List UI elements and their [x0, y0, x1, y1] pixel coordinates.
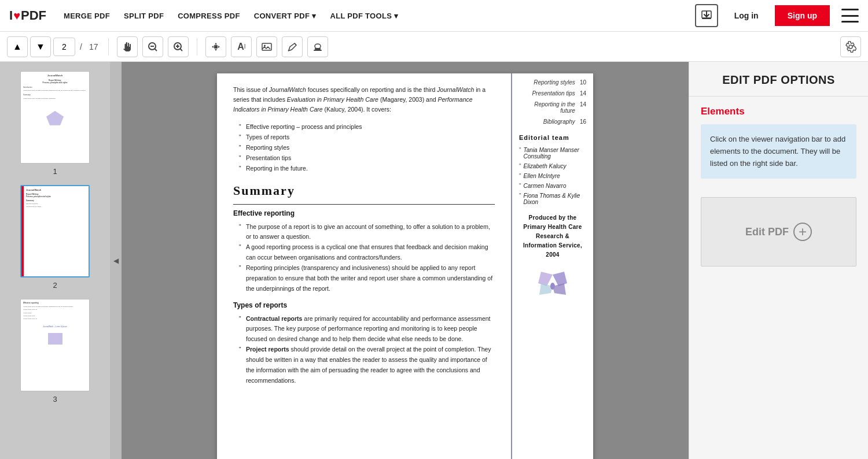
gear-icon — [845, 41, 856, 53]
svg-line-4 — [155, 49, 157, 51]
editorial-name: Fiona Thomas & Kylie Dixon — [524, 193, 586, 205]
main-area: JournalWatch Report Writing:Process, pri… — [0, 62, 868, 459]
page-number-input[interactable]: 2 — [53, 38, 75, 56]
toc-label: Reporting styles — [519, 79, 575, 86]
nav-split-pdf[interactable]: SPLIT PDF — [124, 12, 164, 20]
svg-rect-14 — [314, 50, 322, 51]
pdf-types-title: Types of reports — [233, 301, 495, 309]
quote-mark: " — [519, 147, 521, 153]
pdf-main-column: This issue of JournalWatch focuses speci… — [217, 73, 512, 459]
quote-mark: " — [519, 163, 521, 169]
editorial-member-2: " Elizabeth Kalucy — [519, 163, 586, 169]
editorial-member-5: " Fiona Thomas & Kylie Dixon — [519, 193, 586, 205]
text-icon: A — [237, 42, 244, 52]
top-navigation: I ♥ PDF MERGE PDF SPLIT PDF COMPRESS PDF… — [0, 0, 868, 32]
logo[interactable]: I ♥ PDF — [9, 8, 46, 23]
edit-pdf-label: Edit PDF — [745, 226, 789, 238]
pdf-produced-by: Produced by the Primary Health Care Rese… — [519, 213, 586, 260]
page-up-button[interactable]: ▲ — [7, 36, 28, 57]
nav-merge-pdf[interactable]: MERGE PDF — [64, 12, 110, 20]
nav-convert-pdf[interactable]: CONVERT PDF ▾ — [254, 12, 317, 20]
types-list-contractual: Contractual reports are primarily requir… — [239, 314, 495, 345]
settings-button[interactable] — [840, 36, 861, 57]
pdf-editorial: Editorial team " Tania Manser Manser Con… — [519, 134, 586, 205]
editorial-member-1: " Tania Manser Manser Consulting — [519, 147, 586, 160]
sidebar-collapse-button[interactable]: ◀ — [110, 62, 122, 459]
zoom-out-button[interactable] — [142, 36, 163, 57]
hamburger-line — [841, 9, 859, 10]
stamp-tool-button[interactable] — [307, 36, 328, 57]
move-tool-button[interactable] — [205, 36, 226, 57]
toc-page: 16 — [580, 119, 586, 125]
hamburger-menu[interactable] — [841, 9, 859, 23]
editorial-member-3: " Ellen McIntyre — [519, 173, 586, 179]
pdf-viewer[interactable]: This issue of JournalWatch focuses speci… — [122, 62, 689, 459]
edit-pdf-button[interactable]: Edit PDF + — [701, 197, 856, 266]
editorial-name: Ellen McIntyre — [524, 173, 560, 179]
nav-links: MERGE PDF SPLIT PDF COMPRESS PDF CONVERT… — [64, 12, 695, 20]
page-down-button[interactable]: ▼ — [30, 36, 51, 57]
move-icon — [211, 42, 221, 52]
thumbnail-3-number: 3 — [53, 395, 57, 404]
svg-marker-16 — [538, 272, 553, 286]
toolbar-divider-2 — [197, 38, 197, 55]
login-button[interactable]: Log in — [725, 6, 768, 25]
pdf-content: This issue of JournalWatch focuses speci… — [217, 73, 593, 459]
toc-row: Reporting in the future 14 — [519, 101, 586, 114]
thumbnail-page-1[interactable]: JournalWatch Report Writing:Process, pri… — [20, 71, 90, 176]
thumbnail-page-3[interactable]: Effective reporting Lorem ipsum dolor si… — [20, 299, 90, 404]
image-icon — [262, 42, 272, 52]
toc-row: Presentation tips 14 — [519, 90, 586, 97]
svg-point-12 — [315, 44, 321, 49]
pdf-types-body: Contractual reports are primarily requir… — [233, 314, 495, 386]
editorial-member-4: " Carmen Navarro — [519, 183, 586, 189]
editorial-name: Tania Manser Manser Consulting — [524, 147, 586, 160]
thumbnail-3-content: Effective reporting Lorem ipsum dolor si… — [21, 299, 89, 347]
svg-line-8 — [180, 49, 182, 51]
quote-mark: " — [519, 183, 521, 189]
nav-compress-pdf[interactable]: COMPRESS PDF — [178, 12, 240, 20]
download-button[interactable] — [695, 4, 718, 27]
zoom-in-button[interactable] — [168, 36, 189, 57]
hamburger-line — [841, 21, 859, 23]
image-tool-button[interactable] — [256, 36, 277, 57]
thumbnail-page-2[interactable]: JournalWatch Report Writing:Process, pri… — [20, 185, 90, 290]
pdf-section-divider — [233, 204, 495, 205]
logo-heart-icon: ♥ — [13, 9, 20, 23]
right-panel-title: EDIT PDF OPTIONS — [703, 73, 854, 87]
effective-list-item: A good reporting process is a cyclical o… — [239, 242, 495, 263]
thumbnail-sidebar: JournalWatch Report Writing:Process, pri… — [0, 62, 110, 459]
thumbnail-1-number: 1 — [53, 167, 57, 176]
zoom-in-icon — [173, 42, 183, 52]
pdf-effective-list: The purpose of a report is to give an ac… — [233, 222, 495, 294]
toc-row: Reporting styles 10 — [519, 79, 586, 86]
pdf-intro-text: This issue of JournalWatch focuses speci… — [233, 85, 495, 114]
pdf-side-column: Reporting styles 10 Presentation tips 14… — [512, 73, 593, 459]
editorial-name: Elizabeth Kalucy — [524, 163, 567, 169]
signup-button[interactable]: Sign up — [775, 5, 830, 26]
draw-tool-button[interactable] — [282, 36, 303, 57]
nav-all-tools[interactable]: ALL PDF TOOLS ▾ — [330, 12, 398, 20]
text-tool-button[interactable]: A I — [231, 36, 252, 57]
editorial-name: Carmen Navarro — [524, 183, 567, 189]
hand-tool-button[interactable] — [117, 36, 138, 57]
thumbnail-3-preview: Effective reporting Lorem ipsum dolor si… — [20, 299, 90, 391]
toc-page: 10 — [580, 79, 586, 86]
toc-label: Reporting in the future — [519, 101, 575, 114]
pdf-summary-heading: Summary — [233, 183, 495, 198]
thumbnail-2-redbar — [21, 186, 24, 276]
intro-list-item: Reporting in the future. — [239, 164, 495, 174]
pdf-intro-list: Effective reporting – process and princi… — [233, 122, 495, 173]
thumbnail-2-number: 2 — [53, 281, 57, 290]
page-separator: / — [78, 42, 84, 51]
thumbnail-1-preview: JournalWatch Report Writing:Process, pri… — [20, 71, 90, 164]
intro-list-item: Types of reports — [239, 132, 495, 143]
svg-rect-13 — [315, 48, 321, 50]
toolbar-divider-1 — [108, 38, 109, 55]
thumbnail-2-content: JournalWatch Report Writing:Process, pri… — [21, 186, 89, 210]
phcris-logo — [532, 269, 573, 303]
page-total: 17 — [87, 42, 101, 51]
svg-marker-15 — [553, 272, 567, 286]
quote-mark: " — [519, 173, 521, 179]
toc-row: Bibliography 16 — [519, 119, 586, 125]
